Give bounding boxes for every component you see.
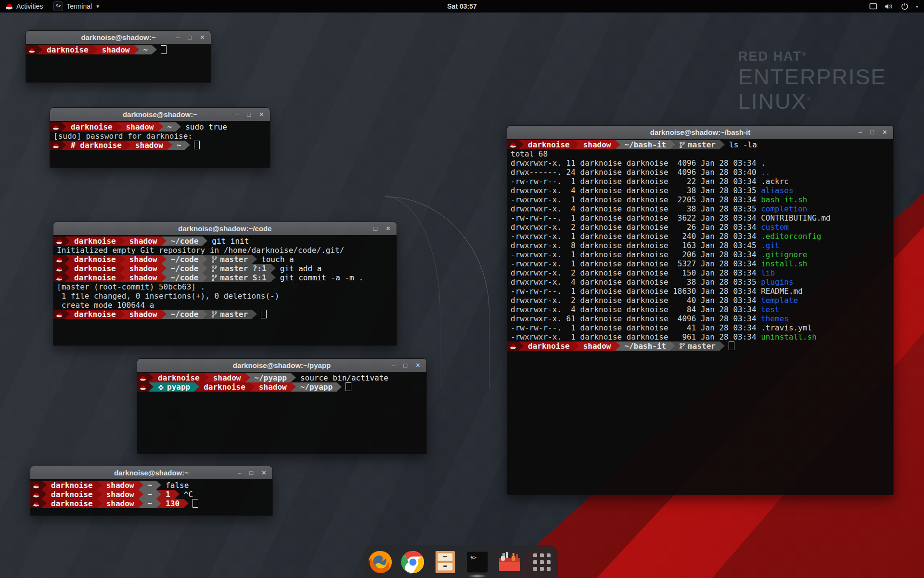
file-name: plugins — [761, 277, 793, 287]
clock[interactable]: Sat 03:57 — [447, 2, 476, 10]
terminal-line: total 68 — [507, 149, 893, 158]
file-cabinet-icon — [434, 551, 456, 574]
window-titlebar[interactable]: darknoise@shadow:~/code–□✕ — [53, 222, 397, 236]
window-title: darknoise@shadow:~ — [30, 466, 272, 479]
window-titlebar[interactable]: darknoise@shadow:~–□✕ — [30, 466, 272, 480]
python-icon — [158, 384, 164, 391]
terminal-window[interactable]: darknoise@shadow:~–□✕darknoiseshadow~sud… — [50, 107, 270, 168]
minimize-button[interactable]: – — [235, 111, 239, 118]
prompt-stub-segment — [30, 490, 42, 499]
output-text: Initialized empty Git repository in /hom… — [53, 246, 344, 255]
terminal-line: darknoiseshadow~/codemaster S:1git commi… — [53, 273, 397, 282]
terminal-line: darknoiseshadow~/bash-itmasterls -la — [507, 140, 893, 149]
dock-item-chrome[interactable] — [400, 550, 425, 575]
terminal-content[interactable]: darknoiseshadow~ — [26, 44, 211, 82]
chrome-icon — [401, 550, 425, 574]
prompt-host-segment: shadow — [255, 382, 291, 392]
terminal-line: drwxrwxr-x. 4 darknoise darknoise 38 Jan… — [507, 204, 893, 213]
terminal-content[interactable]: darknoiseshadow~/codegit initInitialized… — [53, 235, 397, 345]
redhat-logo-icon — [5, 3, 13, 10]
prompt-path-segment: ~/code — [167, 310, 203, 319]
maximize-button[interactable]: □ — [870, 129, 874, 135]
close-button[interactable]: ✕ — [882, 129, 887, 135]
close-button[interactable]: ✕ — [261, 470, 267, 476]
minimize-button[interactable]: – — [392, 362, 395, 368]
dock-item-app-grid[interactable] — [529, 550, 554, 575]
maximize-button[interactable]: □ — [373, 225, 377, 232]
redhat-icon — [56, 266, 63, 272]
file-name: lib — [761, 268, 775, 277]
terminal-cursor — [192, 499, 198, 508]
git-branch-icon — [212, 275, 217, 281]
terminal-content[interactable]: darknoiseshadow~falsedarknoiseshadow~1^C… — [30, 479, 272, 515]
terminal-cursor — [346, 382, 351, 391]
prompt-user-segment: darknoise — [70, 310, 120, 319]
output-text: [sudo] password for darknoise: — [50, 131, 192, 141]
window-titlebar[interactable]: darknoise@shadow:~–□✕ — [50, 108, 270, 121]
dock-item-toolbox[interactable] — [497, 550, 522, 575]
power-icon[interactable] — [901, 2, 909, 10]
file-row: -rwxrwxr-x. 1 darknoise darknoise 206 Ja… — [507, 250, 761, 259]
close-button[interactable]: ✕ — [415, 362, 421, 368]
file-name: template — [761, 296, 798, 305]
terminal-line: darknoiseshadow~ — [26, 45, 211, 54]
file-name: .editorconfig — [761, 232, 821, 241]
app-menu-terminal[interactable]: $> Terminal ▼ — [48, 0, 105, 13]
prompt-user-segment: darknoise — [70, 236, 120, 246]
output-text: create mode 100644 a — [53, 301, 154, 310]
prompt-git-segment: master — [675, 140, 720, 149]
file-row: drwxrwxr-x. 4 darknoise darknoise 84 Jan… — [507, 305, 761, 314]
terminal-window[interactable]: darknoise@shadow:~–□✕darknoiseshadow~ — [26, 30, 211, 83]
output-text: [master (root-commit) 50bcb63] . — [53, 282, 205, 291]
activities-button[interactable]: Activities — [0, 0, 48, 13]
terminal-window[interactable]: darknoise@shadow:~/code–□✕darknoiseshado… — [53, 222, 397, 346]
minimize-button[interactable]: – — [859, 129, 862, 135]
prompt-host-segment: shadow — [125, 255, 162, 264]
close-button[interactable]: ✕ — [385, 225, 391, 232]
terminal-content[interactable]: darknoiseshadow~/bash-itmasterls -latota… — [507, 139, 893, 495]
terminal-line: pyappdarknoiseshadow~/pyapp — [137, 382, 426, 392]
minimize-button[interactable]: – — [176, 34, 180, 40]
terminal-line: # darknoiseshadow~ — [50, 141, 270, 150]
close-button[interactable]: ✕ — [200, 34, 205, 40]
terminal-window[interactable]: darknoise@shadow:~/pyapp–□✕darknoiseshad… — [137, 358, 427, 454]
toolbox-icon — [498, 551, 522, 573]
close-button[interactable]: ✕ — [259, 111, 264, 118]
maximize-button[interactable]: □ — [249, 470, 253, 476]
prompt-host-segment: shadow — [125, 236, 162, 246]
prompt-host-segment: shadow — [131, 141, 167, 150]
minimize-button[interactable]: – — [362, 225, 365, 232]
terminal-line: drwx------. 24 darknoise darknoise 4096 … — [507, 168, 893, 177]
prompt-host-segment: shadow — [125, 273, 162, 282]
terminal-content[interactable]: darknoiseshadow~sudo true[sudo] password… — [50, 121, 270, 168]
terminal-content[interactable]: darknoiseshadow~/pyappsource bin/activat… — [137, 372, 426, 454]
minimize-button[interactable]: – — [238, 470, 241, 476]
prompt-path-segment: ~ — [143, 490, 157, 499]
prompt-path-segment: ~ — [139, 45, 153, 54]
dock-item-files[interactable] — [433, 550, 458, 575]
redhat-icon — [56, 312, 63, 317]
display-icon[interactable] — [869, 3, 877, 10]
window-titlebar[interactable]: darknoise@shadow:~/bash-it–□✕ — [507, 126, 893, 139]
prompt-path-segment: ~/bash-it — [620, 342, 671, 351]
terminal-line: drwxrwxr-x. 2 darknoise darknoise 40 Jan… — [507, 296, 893, 305]
maximize-button[interactable]: □ — [188, 34, 192, 40]
git-branch-icon — [212, 265, 217, 272]
command-text: false — [161, 481, 189, 490]
file-name: .gitignore — [761, 250, 807, 259]
redhat-icon — [510, 143, 516, 148]
volume-icon[interactable] — [885, 3, 894, 10]
git-branch-icon — [212, 311, 217, 318]
maximize-button[interactable]: □ — [247, 111, 251, 118]
dock-item-firefox[interactable] — [368, 550, 393, 575]
terminal-window[interactable]: darknoise@shadow:~–□✕darknoiseshadow~fal… — [30, 466, 273, 516]
window-titlebar[interactable]: darknoise@shadow:~/pyapp–□✕ — [137, 359, 426, 372]
dock-item-terminal[interactable]: $> — [465, 550, 490, 575]
caret-down-icon: ▼ — [95, 4, 100, 9]
file-row: drwxrwxr-x. 4 darknoise darknoise 38 Jan… — [507, 277, 761, 287]
terminal-window[interactable]: darknoise@shadow:~/bash-it–□✕darknoisesh… — [507, 125, 894, 495]
prompt-git-segment: master — [207, 255, 252, 264]
window-titlebar[interactable]: darknoise@shadow:~–□✕ — [26, 31, 211, 44]
maximize-button[interactable]: □ — [403, 362, 407, 368]
system-menu-caret-icon[interactable]: ▾ — [916, 4, 918, 9]
